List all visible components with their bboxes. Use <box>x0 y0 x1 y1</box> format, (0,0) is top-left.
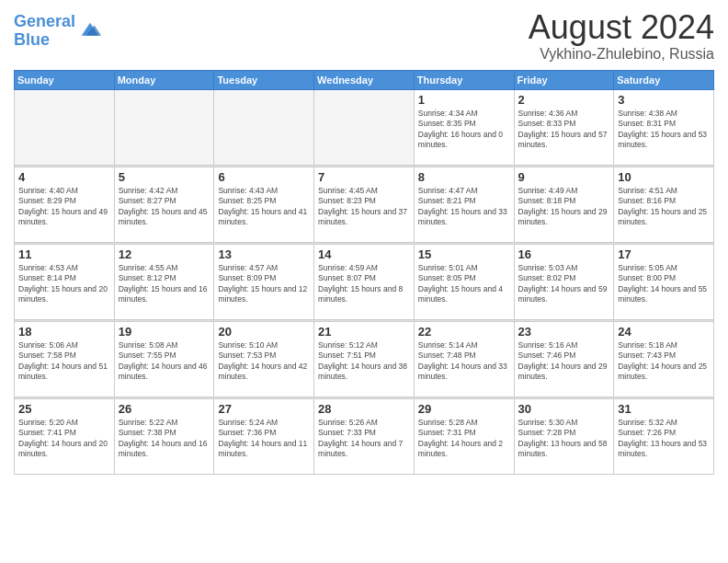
day-number: 13 <box>218 247 310 261</box>
day-info: Sunrise: 4:47 AMSunset: 8:21 PMDaylight:… <box>418 186 510 228</box>
day-number: 26 <box>119 402 210 416</box>
table-row: 11Sunrise: 4:53 AMSunset: 8:14 PMDayligh… <box>15 244 115 319</box>
table-row: 28Sunrise: 5:26 AMSunset: 7:33 PMDayligh… <box>314 398 415 474</box>
calendar: Sunday Monday Tuesday Wednesday Thursday… <box>14 70 714 475</box>
table-row <box>314 89 415 165</box>
day-info: Sunrise: 4:59 AMSunset: 8:07 PMDaylight:… <box>318 263 410 305</box>
table-row: 2Sunrise: 4:36 AMSunset: 8:33 PMDaylight… <box>514 89 614 165</box>
day-info: Sunrise: 5:05 AMSunset: 8:00 PMDaylight:… <box>618 263 710 305</box>
day-number: 2 <box>518 93 610 107</box>
day-info: Sunrise: 5:26 AMSunset: 7:33 PMDaylight:… <box>318 418 410 460</box>
day-info: Sunrise: 4:38 AMSunset: 8:31 PMDaylight:… <box>618 109 710 151</box>
day-info: Sunrise: 5:12 AMSunset: 7:51 PMDaylight:… <box>318 340 410 383</box>
table-row: 20Sunrise: 5:10 AMSunset: 7:53 PMDayligh… <box>214 321 314 396</box>
title-block: August 2024 Vykhino-Zhulebino, Russia <box>529 9 714 63</box>
day-number: 30 <box>518 402 610 416</box>
table-row: 31Sunrise: 5:32 AMSunset: 7:26 PMDayligh… <box>614 398 714 474</box>
day-number: 9 <box>518 170 610 184</box>
calendar-week-2: 4Sunrise: 4:40 AMSunset: 8:29 PMDaylight… <box>15 167 714 242</box>
day-number: 7 <box>318 170 410 184</box>
table-row: 21Sunrise: 5:12 AMSunset: 7:51 PMDayligh… <box>314 321 415 396</box>
day-number: 28 <box>318 402 410 416</box>
table-row: 4Sunrise: 4:40 AMSunset: 8:29 PMDaylight… <box>15 167 115 242</box>
logo-icon <box>77 18 103 44</box>
header-saturday: Saturday <box>614 70 714 89</box>
table-row: 3Sunrise: 4:38 AMSunset: 8:31 PMDaylight… <box>614 89 714 165</box>
table-row <box>15 89 115 165</box>
day-info: Sunrise: 4:51 AMSunset: 8:16 PMDaylight:… <box>618 186 710 228</box>
day-info: Sunrise: 5:06 AMSunset: 7:58 PMDaylight:… <box>18 340 110 383</box>
table-row: 5Sunrise: 4:42 AMSunset: 8:27 PMDaylight… <box>114 167 214 242</box>
day-number: 16 <box>518 247 610 261</box>
table-row: 6Sunrise: 4:43 AMSunset: 8:25 PMDaylight… <box>214 167 314 242</box>
table-row: 18Sunrise: 5:06 AMSunset: 7:58 PMDayligh… <box>15 321 115 396</box>
calendar-week-3: 11Sunrise: 4:53 AMSunset: 8:14 PMDayligh… <box>15 244 714 319</box>
day-info: Sunrise: 5:16 AMSunset: 7:46 PMDaylight:… <box>518 340 610 383</box>
table-row: 7Sunrise: 4:45 AMSunset: 8:23 PMDaylight… <box>314 167 415 242</box>
day-number: 10 <box>618 170 710 184</box>
calendar-week-1: 1Sunrise: 4:34 AMSunset: 8:35 PMDaylight… <box>15 89 714 165</box>
day-number: 21 <box>318 325 410 339</box>
day-number: 23 <box>518 325 610 339</box>
table-row: 14Sunrise: 4:59 AMSunset: 8:07 PMDayligh… <box>314 244 415 319</box>
day-info: Sunrise: 4:57 AMSunset: 8:09 PMDaylight:… <box>218 263 310 305</box>
table-row: 22Sunrise: 5:14 AMSunset: 7:48 PMDayligh… <box>414 321 514 396</box>
calendar-week-5: 25Sunrise: 5:20 AMSunset: 7:41 PMDayligh… <box>15 398 714 474</box>
day-info: Sunrise: 5:32 AMSunset: 7:26 PMDaylight:… <box>618 418 710 460</box>
day-info: Sunrise: 4:49 AMSunset: 8:18 PMDaylight:… <box>518 186 610 228</box>
day-number: 17 <box>618 247 710 261</box>
table-row: 12Sunrise: 4:55 AMSunset: 8:12 PMDayligh… <box>114 244 214 319</box>
table-row: 19Sunrise: 5:08 AMSunset: 7:55 PMDayligh… <box>114 321 214 396</box>
header-wednesday: Wednesday <box>314 70 415 89</box>
day-info: Sunrise: 4:55 AMSunset: 8:12 PMDaylight:… <box>119 263 210 305</box>
table-row: 15Sunrise: 5:01 AMSunset: 8:05 PMDayligh… <box>414 244 514 319</box>
day-info: Sunrise: 4:34 AMSunset: 8:35 PMDaylight:… <box>418 109 510 151</box>
day-number: 12 <box>119 247 210 261</box>
table-row: 23Sunrise: 5:16 AMSunset: 7:46 PMDayligh… <box>514 321 614 396</box>
day-number: 8 <box>418 170 510 184</box>
table-row: 29Sunrise: 5:28 AMSunset: 7:31 PMDayligh… <box>414 398 514 474</box>
calendar-week-4: 18Sunrise: 5:06 AMSunset: 7:58 PMDayligh… <box>15 321 714 396</box>
month-title: August 2024 <box>529 9 714 46</box>
table-row: 10Sunrise: 4:51 AMSunset: 8:16 PMDayligh… <box>614 167 714 242</box>
day-info: Sunrise: 5:20 AMSunset: 7:41 PMDaylight:… <box>18 418 110 460</box>
day-number: 15 <box>418 247 510 261</box>
day-number: 24 <box>618 325 710 339</box>
day-info: Sunrise: 4:36 AMSunset: 8:33 PMDaylight:… <box>518 109 610 151</box>
table-row: 24Sunrise: 5:18 AMSunset: 7:43 PMDayligh… <box>614 321 714 396</box>
day-number: 4 <box>18 170 110 184</box>
header-monday: Monday <box>114 70 214 89</box>
table-row: 16Sunrise: 5:03 AMSunset: 8:02 PMDayligh… <box>514 244 614 319</box>
day-info: Sunrise: 5:18 AMSunset: 7:43 PMDaylight:… <box>618 340 710 383</box>
table-row: 25Sunrise: 5:20 AMSunset: 7:41 PMDayligh… <box>15 398 115 474</box>
page: GeneralBlue August 2024 Vykhino-Zhulebin… <box>0 0 728 563</box>
calendar-header-row: Sunday Monday Tuesday Wednesday Thursday… <box>15 70 714 89</box>
day-number: 29 <box>418 402 510 416</box>
day-info: Sunrise: 5:22 AMSunset: 7:38 PMDaylight:… <box>119 418 210 460</box>
day-number: 20 <box>218 325 310 339</box>
header-thursday: Thursday <box>414 70 514 89</box>
day-number: 19 <box>119 325 210 339</box>
table-row: 30Sunrise: 5:30 AMSunset: 7:28 PMDayligh… <box>514 398 614 474</box>
day-info: Sunrise: 5:08 AMSunset: 7:55 PMDaylight:… <box>119 340 210 383</box>
day-number: 18 <box>18 325 110 339</box>
day-info: Sunrise: 5:03 AMSunset: 8:02 PMDaylight:… <box>518 263 610 305</box>
day-number: 6 <box>218 170 310 184</box>
header-friday: Friday <box>514 70 614 89</box>
day-info: Sunrise: 5:24 AMSunset: 7:36 PMDaylight:… <box>218 418 310 460</box>
table-row: 26Sunrise: 5:22 AMSunset: 7:38 PMDayligh… <box>114 398 214 474</box>
table-row <box>114 89 214 165</box>
header-sunday: Sunday <box>15 70 115 89</box>
table-row <box>214 89 314 165</box>
day-info: Sunrise: 5:28 AMSunset: 7:31 PMDaylight:… <box>418 418 510 460</box>
table-row: 1Sunrise: 4:34 AMSunset: 8:35 PMDaylight… <box>414 89 514 165</box>
day-info: Sunrise: 5:10 AMSunset: 7:53 PMDaylight:… <box>218 340 310 383</box>
day-number: 25 <box>18 402 110 416</box>
header-tuesday: Tuesday <box>214 70 314 89</box>
day-info: Sunrise: 4:43 AMSunset: 8:25 PMDaylight:… <box>218 186 310 228</box>
table-row: 17Sunrise: 5:05 AMSunset: 8:00 PMDayligh… <box>614 244 714 319</box>
logo: GeneralBlue <box>14 13 103 50</box>
day-info: Sunrise: 4:45 AMSunset: 8:23 PMDaylight:… <box>318 186 410 228</box>
table-row: 8Sunrise: 4:47 AMSunset: 8:21 PMDaylight… <box>414 167 514 242</box>
day-number: 3 <box>618 93 710 107</box>
